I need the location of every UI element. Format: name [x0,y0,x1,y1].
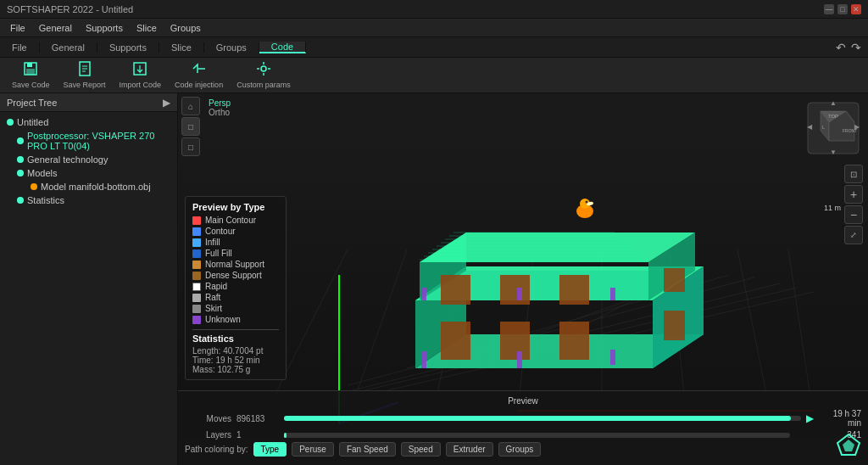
save-report-icon [77,61,92,79]
save-report-label: Save Report [64,81,106,89]
legend-label: Infill [205,238,220,247]
redo-button[interactable]: ↷ [851,41,861,54]
viewport[interactable]: ⌂ □ □ Persp Ortho TOP L FRONT [178,93,868,465]
moves-count: 896183 [236,414,279,423]
close-button[interactable]: ✕ [851,4,861,14]
tree-item-statistics[interactable]: Statistics [0,193,177,207]
legend-label: Dense Support [205,271,262,280]
path-fanspeed-button[interactable]: Fan Speed [339,442,396,457]
minimize-button[interactable]: — [824,4,834,14]
tree-dot [17,137,24,144]
side-view-button[interactable]: □ [181,137,200,156]
legend-unknown: Unknown [192,315,279,324]
tree-item-postprocessor[interactable]: Postprocessor: VSHAPER 270 PRO LT T0(04) [0,129,177,153]
stats-mass: Mass: 102.75 g [192,365,279,374]
tab-supports[interactable]: Supports [97,42,159,53]
undo-button[interactable]: ↶ [836,41,846,54]
menu-general[interactable]: General [32,21,79,35]
stats-title: Statistics [192,333,279,344]
svg-text:TOP: TOP [828,114,838,119]
layers-row: Layers 1 341 [185,430,861,440]
menubar: File General Supports Slice Groups [0,19,868,37]
legend-label: Contour [205,227,236,236]
svg-rect-1 [27,63,32,67]
zoom-in-button[interactable]: + [844,185,863,204]
tab-general[interactable]: General [40,42,97,53]
custom-params-button[interactable]: Custom params [231,60,296,91]
legend-color-dot [192,227,201,236]
tree-item-general-tech[interactable]: General technology [0,153,177,166]
bottom-bar: Preview Moves 896183 ▶ 19 h 37 min Layer… [178,390,868,465]
stats-time: Time: 19 h 52 min [192,356,279,365]
home-view-button[interactable]: ⌂ [181,97,200,115]
razer-logo [836,433,861,458]
play-button[interactable]: ▶ [806,412,814,424]
import-code-icon [132,61,147,79]
layers-value: 1 [236,430,279,440]
import-code-label: Import Code [120,81,162,89]
path-speed-button[interactable]: Speed [401,442,441,457]
moves-slider[interactable] [284,416,801,421]
legend-rapid: Rapid [192,282,279,291]
legend-label: Unknown [205,315,241,324]
preview-center-label: Preview [185,396,861,406]
legend-contour: Contour [192,227,279,236]
custom-params-icon [256,61,271,79]
path-peruse-button[interactable]: Peruse [292,442,334,457]
tree-item-model-file[interactable]: Model manifold-bottom.obj [0,180,177,193]
tree-toggle-button[interactable]: ▶ [163,97,170,109]
tree-item-models[interactable]: Models [0,166,177,180]
path-extruder-button[interactable]: Extruder [446,442,493,457]
layers-label: Layers [185,430,231,440]
view-cube[interactable]: TOP L FRONT ▲ ▼ ◀ ▶ [804,98,863,158]
path-groups-button[interactable]: Groups [498,442,542,457]
preview-legend: Preview by Type Main Contour Contour Inf… [185,196,287,380]
legend-dense-support: Dense Support [192,271,279,280]
import-code-button[interactable]: Import Code [114,60,167,91]
tree-item-untitled[interactable]: Untitled [0,115,177,129]
tab-code[interactable]: Code [259,42,306,53]
legend-full-fill: Full Fill [192,249,279,258]
svg-point-10 [261,66,266,71]
tree-label: Postprocessor: VSHAPER 270 PRO LT T0(04) [27,131,170,151]
menu-slice[interactable]: Slice [130,21,164,35]
menu-supports[interactable]: Supports [79,21,130,35]
svg-marker-40 [420,232,695,262]
menu-file[interactable]: File [3,21,32,35]
zoom-extend-button[interactable]: ⤢ [844,226,863,244]
svg-text:L: L [822,125,825,130]
svg-point-66 [586,201,588,204]
view-controls: ⌂ □ □ [181,97,200,156]
code-injection-button[interactable]: Code injection [170,60,228,91]
save-code-button[interactable]: Save Code [7,60,55,91]
tree-label: General technology [27,154,108,165]
main-area: Project Tree ▶ Untitled Postprocessor: V… [0,93,868,465]
svg-rect-52 [517,288,522,300]
zoom-controls: ⊡ + − ⤢ [844,165,863,244]
svg-rect-42 [441,322,470,360]
path-type-button[interactable]: Type [253,442,287,457]
time-value: 19 h 37 min [819,409,861,428]
layers-slider[interactable] [284,433,790,438]
front-view-button[interactable]: □ [181,117,200,136]
save-report-button[interactable]: Save Report [58,60,111,91]
menu-groups[interactable]: Groups [164,21,208,35]
tree-dot [7,119,14,126]
legend-label: Full Fill [205,249,232,258]
legend-label: Rapid [205,282,227,291]
path-coloring-label: Path coloring by: [185,445,248,454]
zoom-out-button[interactable]: − [844,205,863,224]
maximize-button[interactable]: □ [837,4,848,14]
custom-params-label: Custom params [236,81,291,89]
tab-slice[interactable]: Slice [159,42,204,53]
zoom-fit-button[interactable]: ⊡ [844,165,863,183]
legend-normal-support: Normal Support [192,260,279,269]
tree-dot [17,197,24,204]
tab-groups[interactable]: Groups [204,42,259,53]
svg-rect-2 [26,69,35,75]
path-coloring-row: Path coloring by: Type Peruse Fan Speed … [185,442,861,457]
svg-text:▲: ▲ [830,99,837,107]
legend-color-dot [192,238,201,247]
tab-file[interactable]: File [0,42,40,53]
stats-length: Length: 40.7004 pt [192,346,279,356]
